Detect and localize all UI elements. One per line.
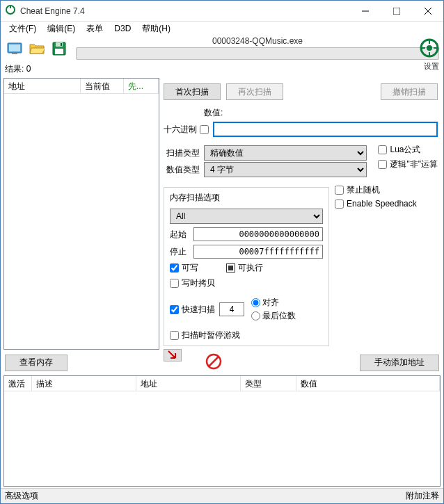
menu-edit[interactable]: 编辑(E)	[42, 22, 81, 36]
col-type[interactable]: 类型	[241, 376, 296, 391]
col-desc[interactable]: 描述	[32, 376, 136, 391]
open-file-button[interactable]	[27, 39, 47, 58]
executable-checkbox[interactable]: 可执行	[226, 262, 263, 274]
minimize-button[interactable]	[349, 1, 381, 21]
no-entry-icon	[205, 363, 223, 373]
memory-scan-options: 内存扫描选项 All 起始 停止 可写 可执行 写时拷贝 快速扫描	[164, 187, 329, 346]
results-body[interactable]	[4, 94, 159, 349]
lua-checkbox[interactable]: Lua公式	[378, 144, 438, 156]
process-name: 00003248-QQMusic.exe	[76, 36, 439, 46]
view-memory-button[interactable]: 查看内存	[5, 355, 68, 371]
app-icon	[5, 4, 16, 17]
svg-rect-7	[9, 44, 20, 51]
start-address-input[interactable]	[193, 227, 323, 241]
value-label: 数值:	[204, 107, 438, 119]
results-header: 地址 当前值 先...	[4, 79, 159, 94]
results-panel: 地址 当前值 先...	[3, 78, 159, 350]
address-list: 激活 描述 地址 类型 数值	[3, 375, 441, 487]
undo-scan-button[interactable]: 撤销扫描	[381, 83, 438, 100]
alignment-input[interactable]	[219, 302, 244, 316]
no-random-checkbox[interactable]: 禁止随机	[335, 184, 417, 196]
cow-checkbox[interactable]: 写时拷贝	[170, 277, 323, 289]
svg-rect-3	[393, 8, 400, 15]
svg-rect-11	[55, 49, 63, 54]
settings-label[interactable]: 设置	[424, 61, 439, 72]
results-col-prev[interactable]: 先...	[124, 79, 159, 93]
statusbar: 高级选项 附加注释	[1, 488, 443, 503]
save-button[interactable]	[49, 39, 69, 58]
last-digits-radio[interactable]: 最后位数	[251, 310, 296, 322]
add-address-manual-button[interactable]: 手动添加地址	[360, 355, 439, 371]
svg-line-16	[209, 357, 219, 366]
menu-d3d[interactable]: D3D	[109, 22, 136, 35]
scan-type-label: 扫描类型	[164, 147, 200, 159]
writable-checkbox[interactable]: 可写	[170, 262, 198, 274]
toolbar: 00003248-QQMusic.exe 设置	[1, 35, 443, 62]
svg-point-14	[427, 45, 432, 51]
value-type-select[interactable]: 4 字节	[204, 162, 367, 177]
stop-label: 停止	[170, 246, 189, 258]
address-list-body[interactable]	[4, 391, 440, 486]
stop-address-input[interactable]	[193, 245, 323, 259]
first-scan-button[interactable]: 首次扫描	[164, 83, 221, 100]
advanced-options-button[interactable]: 高级选项	[5, 490, 38, 502]
value-type-label: 数值类型	[164, 164, 200, 176]
maximize-button[interactable]	[381, 1, 412, 21]
tristate-box-icon	[226, 263, 235, 273]
hex-checkbox[interactable]: 十六进制	[164, 124, 209, 136]
menu-table[interactable]: 表单	[81, 22, 109, 36]
mem-options-title: 内存扫描选项	[170, 192, 323, 204]
window-title: Cheat Engine 7.4	[20, 6, 349, 16]
align-radio[interactable]: 对齐	[251, 297, 296, 309]
start-label: 起始	[170, 229, 189, 241]
col-value[interactable]: 数值	[296, 376, 440, 391]
not-checkbox[interactable]: 逻辑"非"运算	[378, 158, 438, 170]
menu-file[interactable]: 文件(F)	[3, 22, 42, 36]
menu-help[interactable]: 帮助(H)	[136, 22, 176, 36]
next-scan-button[interactable]: 再次扫描	[226, 83, 283, 100]
svg-rect-12	[61, 43, 62, 46]
progress-bar	[76, 47, 439, 60]
scan-panel: 首次扫描 再次扫描 撤销扫描 数值: 十六进制 扫描类型 精确数值 数值类型 4…	[159, 76, 443, 351]
col-address[interactable]: 地址	[136, 376, 241, 391]
ce-logo-icon[interactable]	[418, 37, 441, 61]
value-input[interactable]	[213, 122, 438, 137]
fast-scan-checkbox[interactable]: 快速扫描	[170, 304, 215, 316]
results-col-value[interactable]: 当前值	[81, 79, 124, 93]
add-comment-button[interactable]: 附加注释	[406, 490, 439, 502]
results-count: 结果: 0	[1, 62, 443, 76]
menubar: 文件(F) 编辑(E) 表单 D3D 帮助(H)	[1, 22, 443, 35]
close-button[interactable]	[412, 1, 443, 21]
titlebar: Cheat Engine 7.4	[1, 1, 443, 22]
speedhack-checkbox[interactable]: Enable Speedhack	[335, 199, 417, 209]
svg-rect-8	[12, 53, 17, 54]
scan-type-select[interactable]: 精确数值	[204, 145, 367, 161]
mid-bar: 查看内存 手动添加地址	[1, 351, 443, 374]
col-active[interactable]: 激活	[4, 376, 32, 391]
open-process-button[interactable]	[5, 39, 24, 58]
mem-region-select[interactable]: All	[170, 209, 323, 224]
results-col-address[interactable]: 地址	[4, 79, 81, 93]
pause-checkbox[interactable]: 扫描时暂停游戏	[170, 330, 323, 341]
svg-rect-1	[10, 6, 11, 8]
